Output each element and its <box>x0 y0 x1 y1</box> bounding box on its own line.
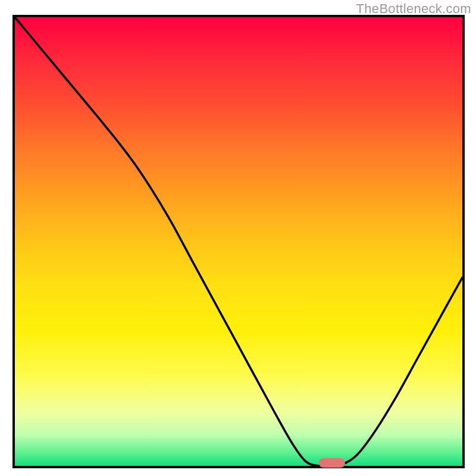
bottleneck-curve <box>0 0 476 476</box>
optimal-marker <box>319 458 345 468</box>
watermark-text: TheBottleneck.com <box>356 1 471 17</box>
chart-stage: TheBottleneck.com <box>0 0 476 476</box>
